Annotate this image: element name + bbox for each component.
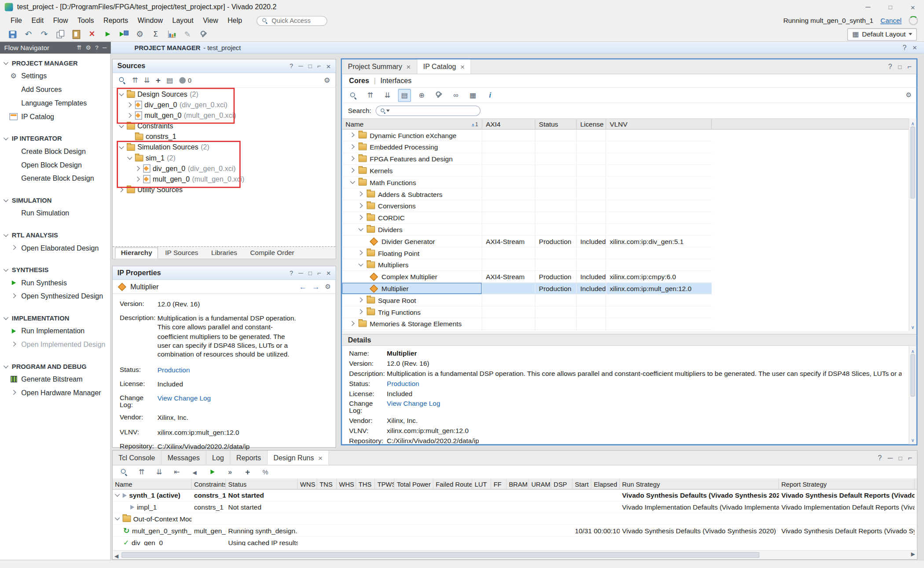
close-icon[interactable] bbox=[913, 44, 917, 51]
change-log-link[interactable]: View Change Log bbox=[158, 394, 297, 408]
minimize-button[interactable] bbox=[857, 0, 879, 14]
chevron-right-icon[interactable] bbox=[12, 245, 17, 250]
search-button[interactable] bbox=[347, 89, 359, 102]
flow-section-header[interactable]: SYNTHESIS bbox=[0, 264, 110, 276]
column-header[interactable]: Total Power bbox=[395, 479, 433, 489]
chevron-right-icon[interactable] bbox=[127, 102, 132, 108]
filter-badge-icon[interactable] bbox=[179, 77, 186, 84]
menu-view[interactable]: View bbox=[198, 15, 223, 26]
catalog-row[interactable]: FPGA Features and Design bbox=[342, 153, 711, 165]
flow-item-add-sources[interactable]: Add Sources bbox=[0, 83, 110, 96]
quick-access-search[interactable] bbox=[256, 16, 327, 26]
chevron-right-icon[interactable] bbox=[119, 187, 125, 192]
maximize-icon[interactable] bbox=[898, 63, 902, 70]
tab-compile-order[interactable]: Compile Order bbox=[244, 248, 300, 259]
flow-item-open-implemented-design[interactable]: Open Implemented Design bbox=[0, 338, 110, 351]
info-button[interactable] bbox=[484, 89, 496, 102]
column-header[interactable]: WNS bbox=[298, 479, 317, 489]
maximize-icon[interactable] bbox=[308, 269, 312, 276]
flow-item-run-implementation[interactable]: Run Implementation bbox=[0, 324, 110, 338]
column-header[interactable]: Run Strategy bbox=[620, 479, 779, 489]
gear-icon[interactable] bbox=[906, 92, 912, 98]
run-button[interactable] bbox=[103, 29, 113, 40]
chevron-down-icon[interactable] bbox=[359, 262, 364, 267]
close-button[interactable] bbox=[902, 0, 924, 14]
subtab-interfaces[interactable]: Interfaces bbox=[381, 76, 412, 85]
catalog-row-multipliers[interactable]: Multipliers bbox=[342, 259, 711, 271]
column-header[interactable]: THS bbox=[356, 479, 375, 489]
tree-item-sim-div-gen[interactable]: div_gen_0(div_gen_0.xci) bbox=[113, 163, 335, 174]
column-header[interactable]: LUT bbox=[472, 479, 491, 489]
chevron-right-icon[interactable] bbox=[127, 113, 132, 118]
expand-all-button[interactable] bbox=[153, 465, 165, 478]
chevron-right-icon[interactable] bbox=[359, 203, 364, 208]
flow-item-language-templates[interactable]: Language Templates bbox=[0, 96, 110, 109]
tree-item-sim-1[interactable]: sim_1(2) bbox=[113, 153, 335, 163]
menu-edit[interactable]: Edit bbox=[27, 15, 48, 26]
tree-item-design-sources[interactable]: Design Sources(2) bbox=[113, 89, 335, 99]
menu-tools[interactable]: Tools bbox=[73, 15, 99, 26]
float-icon[interactable] bbox=[908, 454, 912, 461]
chevron-right-icon[interactable] bbox=[359, 251, 364, 256]
details-splitter[interactable] bbox=[342, 331, 916, 334]
chevron-down-icon[interactable] bbox=[119, 91, 125, 97]
quick-access-input[interactable] bbox=[271, 17, 321, 25]
scroll-up-icon[interactable] bbox=[909, 120, 916, 127]
create-run-button[interactable] bbox=[241, 465, 254, 478]
flow-item-open-synthesized-design[interactable]: Open Synthesized Design bbox=[0, 289, 110, 303]
gear-icon[interactable] bbox=[325, 284, 331, 290]
chevron-right-icon[interactable] bbox=[359, 309, 364, 315]
flow-item-open-block-design[interactable]: Open Block Design bbox=[0, 158, 110, 171]
flow-item-open-elaborated-design[interactable]: Open Elaborated Design bbox=[0, 241, 110, 255]
search-button[interactable] bbox=[117, 465, 130, 478]
details-scrollbar[interactable] bbox=[909, 346, 916, 444]
chevron-right-icon[interactable] bbox=[12, 390, 17, 395]
column-header[interactable]: URAM bbox=[529, 479, 551, 489]
expand-all-icon[interactable] bbox=[144, 76, 150, 84]
close-icon[interactable] bbox=[326, 269, 331, 277]
chevron-right-icon[interactable] bbox=[350, 133, 356, 138]
tree-item-constraints[interactable]: Constraints bbox=[113, 121, 335, 131]
edit-button[interactable] bbox=[182, 29, 193, 40]
skip-forward-button[interactable] bbox=[224, 465, 236, 478]
tree-item-utility-sources[interactable]: Utility Sources bbox=[113, 184, 335, 195]
launch-runs-button[interactable] bbox=[206, 465, 219, 478]
chevron-right-icon[interactable] bbox=[12, 293, 17, 299]
step-back-button[interactable] bbox=[188, 465, 201, 478]
copy-button[interactable] bbox=[55, 29, 66, 40]
chevron-right-icon[interactable] bbox=[350, 144, 356, 149]
catalog-scrollbar[interactable] bbox=[909, 118, 916, 331]
collapse-all-button[interactable] bbox=[364, 89, 377, 102]
tab-ip-catalog[interactable]: IP Catalog bbox=[417, 59, 471, 73]
paste-button[interactable] bbox=[71, 29, 81, 40]
column-header[interactable]: WHS bbox=[337, 479, 356, 489]
layout-selector[interactable]: Default Layout bbox=[847, 28, 917, 40]
run-row-synth-1[interactable]: synth_1 (active) constrs_1 Not started V… bbox=[113, 490, 917, 502]
chevron-right-icon[interactable] bbox=[12, 342, 17, 347]
column-header[interactable]: DSP bbox=[551, 479, 572, 489]
search-icon[interactable] bbox=[118, 76, 126, 84]
maximize-icon[interactable] bbox=[308, 63, 312, 69]
help-icon[interactable] bbox=[290, 269, 293, 276]
percent-toggle-button[interactable] bbox=[259, 465, 271, 478]
run-report-button[interactable] bbox=[118, 29, 129, 40]
maximize-icon[interactable] bbox=[898, 454, 902, 461]
collapse-all-button[interactable] bbox=[135, 465, 148, 478]
tree-item-mult-gen[interactable]: mult_gen_0(mult_gen_0.xci) bbox=[113, 110, 335, 121]
tab-messages[interactable]: Messages bbox=[161, 451, 206, 465]
chevron-down-icon[interactable] bbox=[359, 227, 364, 232]
catalog-search-input[interactable] bbox=[391, 107, 477, 115]
column-header-status[interactable]: Status bbox=[535, 119, 577, 129]
expand-all-button[interactable] bbox=[381, 89, 394, 102]
column-header[interactable]: FF bbox=[491, 479, 506, 489]
close-icon[interactable] bbox=[460, 63, 465, 70]
package-button[interactable] bbox=[466, 89, 479, 102]
chevron-right-icon[interactable] bbox=[359, 192, 364, 197]
column-header-vlnv[interactable]: VLNV bbox=[606, 119, 712, 129]
chevron-right-icon[interactable] bbox=[350, 168, 356, 173]
catalog-row[interactable]: CORDIC bbox=[342, 212, 711, 224]
scrollbar-thumb[interactable] bbox=[121, 552, 759, 558]
chevron-right-icon[interactable] bbox=[350, 321, 356, 326]
sum-button[interactable] bbox=[150, 29, 161, 40]
detail-status-link[interactable]: Production bbox=[387, 380, 419, 387]
